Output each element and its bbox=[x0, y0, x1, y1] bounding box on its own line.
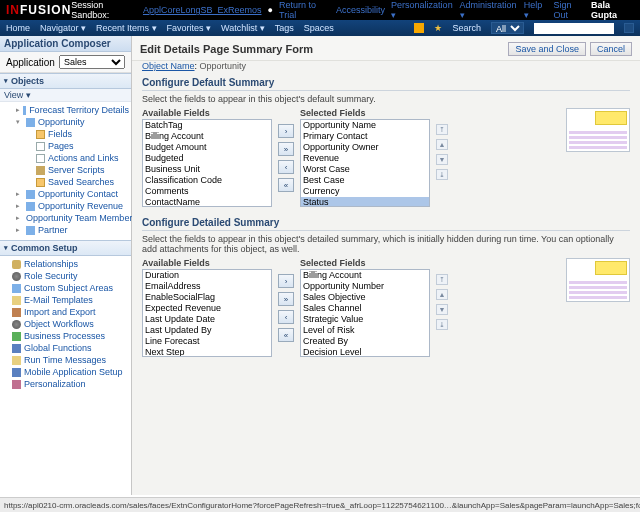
cancel-button[interactable]: Cancel bbox=[590, 42, 632, 56]
application-select[interactable]: Sales bbox=[59, 55, 125, 69]
list-item[interactable]: Best Case bbox=[301, 175, 429, 186]
tree-node[interactable]: ▸Opportunity Team Member bbox=[4, 212, 129, 224]
tree-node[interactable]: Pages bbox=[4, 140, 129, 152]
tree-node[interactable]: Import and Export bbox=[4, 306, 129, 318]
move-all-right-button[interactable]: » bbox=[278, 142, 294, 156]
tree-node[interactable]: ▾Opportunity bbox=[4, 116, 129, 128]
list-item[interactable]: Billing Account bbox=[143, 131, 271, 142]
move-top-button[interactable]: ⤒ bbox=[436, 124, 448, 135]
list-item[interactable]: Status bbox=[301, 197, 429, 207]
default-selected-list[interactable]: Opportunity NamePrimary ContactOpportuni… bbox=[300, 119, 430, 207]
list-item[interactable]: Next Step bbox=[143, 347, 271, 357]
view-menu[interactable]: View ▾ bbox=[0, 89, 131, 102]
list-item[interactable]: Level of Risk bbox=[301, 325, 429, 336]
search-scope-select[interactable]: All bbox=[491, 22, 524, 34]
move-top-button-2[interactable]: ⤒ bbox=[436, 274, 448, 285]
tree-node[interactable]: Business Processes bbox=[4, 330, 129, 342]
tree-node[interactable]: ▸Partner bbox=[4, 224, 129, 236]
move-all-right-button-2[interactable]: » bbox=[278, 292, 294, 306]
nav-tags[interactable]: Tags bbox=[275, 23, 294, 33]
tree-node[interactable]: ▸Opportunity Contact bbox=[4, 188, 129, 200]
sandbox-link[interactable]: ApplCoreLongSB_ExReemos bbox=[143, 5, 262, 15]
tree-node[interactable]: Run Time Messages bbox=[4, 354, 129, 366]
list-item[interactable]: Currency bbox=[301, 186, 429, 197]
move-down-button[interactable]: ▼ bbox=[436, 154, 448, 165]
nav-spaces[interactable]: Spaces bbox=[304, 23, 334, 33]
default-available-list[interactable]: BatchTagBilling AccountBudget AmountBudg… bbox=[142, 119, 272, 207]
move-right-button[interactable]: › bbox=[278, 124, 294, 138]
move-up-button[interactable]: ▲ bbox=[436, 139, 448, 150]
list-item[interactable]: Opportunity Number bbox=[301, 281, 429, 292]
list-item[interactable]: Classification Code bbox=[143, 175, 271, 186]
objects-section-header[interactable]: Objects bbox=[0, 73, 131, 89]
move-down-button-2[interactable]: ▼ bbox=[436, 304, 448, 315]
signout-link[interactable]: Sign Out bbox=[553, 0, 585, 20]
tree-node[interactable]: Actions and Links bbox=[4, 152, 129, 164]
list-item[interactable]: Sales Channel bbox=[301, 303, 429, 314]
list-item[interactable]: Last Updated By bbox=[143, 325, 271, 336]
tree-node[interactable]: Role Security bbox=[4, 270, 129, 282]
tree-node[interactable]: ▸Opportunity Revenue bbox=[4, 200, 129, 212]
move-right-button-2[interactable]: › bbox=[278, 274, 294, 288]
tree-node[interactable]: E-Mail Templates bbox=[4, 294, 129, 306]
list-item[interactable]: ContactName bbox=[143, 197, 271, 207]
move-up-button-2[interactable]: ▲ bbox=[436, 289, 448, 300]
tree-node[interactable]: Custom Subject Areas bbox=[4, 282, 129, 294]
list-item[interactable]: Line Forecast bbox=[143, 336, 271, 347]
list-item[interactable]: Revenue bbox=[301, 153, 429, 164]
list-item[interactable]: Created By bbox=[301, 336, 429, 347]
tree-node[interactable]: Personalization bbox=[4, 378, 129, 390]
list-item[interactable]: Comments bbox=[143, 186, 271, 197]
move-bottom-button-2[interactable]: ⤓ bbox=[436, 319, 448, 330]
tree-node[interactable]: Fields bbox=[4, 128, 129, 140]
breadcrumb-parent[interactable]: Object Name bbox=[142, 61, 195, 71]
tree-node[interactable]: ▸Forecast Territory Details bbox=[4, 104, 129, 116]
detailed-available-list[interactable]: DurationEmailAddressEnableSocialFlagExpe… bbox=[142, 269, 272, 357]
list-item[interactable]: Opportunity Owner bbox=[301, 142, 429, 153]
list-item[interactable]: Sales Objective bbox=[301, 292, 429, 303]
move-left-button-2[interactable]: ‹ bbox=[278, 310, 294, 324]
star-icon[interactable]: ★ bbox=[434, 23, 442, 33]
administration-menu[interactable]: Administration ▾ bbox=[460, 0, 518, 20]
save-and-close-button[interactable]: Save and Close bbox=[508, 42, 586, 56]
tree-node[interactable]: Mobile Application Setup bbox=[4, 366, 129, 378]
list-item[interactable]: Expected Revenue bbox=[143, 303, 271, 314]
move-bottom-button[interactable]: ⤓ bbox=[436, 169, 448, 180]
list-item[interactable]: Decision Level bbox=[301, 347, 429, 357]
list-item[interactable]: Business Unit bbox=[143, 164, 271, 175]
list-item[interactable]: EnableSocialFlag bbox=[143, 292, 271, 303]
search-input[interactable] bbox=[534, 23, 614, 34]
list-item[interactable]: Last Update Date bbox=[143, 314, 271, 325]
nav-favorites[interactable]: Favorites ▾ bbox=[167, 23, 212, 33]
detailed-selected-list[interactable]: Billing AccountOpportunity NumberSales O… bbox=[300, 269, 430, 357]
common-setup-header[interactable]: Common Setup bbox=[0, 240, 131, 256]
move-left-button[interactable]: ‹ bbox=[278, 160, 294, 174]
search-go-button[interactable] bbox=[624, 23, 634, 33]
list-item[interactable]: Worst Case bbox=[301, 164, 429, 175]
tree-node[interactable]: Relationships bbox=[4, 258, 129, 270]
tree-node[interactable]: Saved Searches bbox=[4, 176, 129, 188]
list-item[interactable]: EmailAddress bbox=[143, 281, 271, 292]
nav-navigator[interactable]: Navigator ▾ bbox=[40, 23, 86, 33]
nav-home[interactable]: Home bbox=[6, 23, 30, 33]
list-item[interactable]: Strategic Value bbox=[301, 314, 429, 325]
accessibility-link[interactable]: Accessibility bbox=[336, 5, 385, 15]
return-to-trial-link[interactable]: Return to Trial bbox=[279, 0, 330, 20]
list-item[interactable]: Budget Amount bbox=[143, 142, 271, 153]
move-all-left-button[interactable]: « bbox=[278, 178, 294, 192]
list-item[interactable]: Opportunity Name bbox=[301, 120, 429, 131]
list-item[interactable]: Duration bbox=[143, 270, 271, 281]
personalization-menu[interactable]: Personalization ▾ bbox=[391, 0, 453, 20]
list-item[interactable]: Primary Contact bbox=[301, 131, 429, 142]
tree-node[interactable]: Server Scripts bbox=[4, 164, 129, 176]
list-item[interactable]: BatchTag bbox=[143, 120, 271, 131]
move-all-left-button-2[interactable]: « bbox=[278, 328, 294, 342]
home-icon[interactable] bbox=[414, 23, 424, 33]
nav-watchlist[interactable]: Watchlist ▾ bbox=[221, 23, 265, 33]
tree-node[interactable]: Object Workflows bbox=[4, 318, 129, 330]
nav-recent[interactable]: Recent Items ▾ bbox=[96, 23, 157, 33]
list-item[interactable]: Billing Account bbox=[301, 270, 429, 281]
help-menu[interactable]: Help ▾ bbox=[524, 0, 548, 20]
list-item[interactable]: Budgeted bbox=[143, 153, 271, 164]
tree-node[interactable]: Global Functions bbox=[4, 342, 129, 354]
